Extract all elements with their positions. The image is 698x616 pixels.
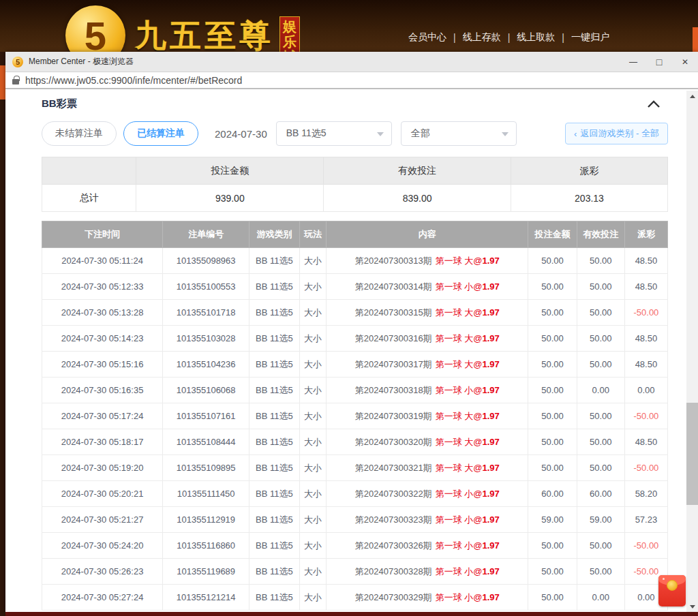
nav-separator: |: [562, 32, 564, 43]
cell-amount: 50.00: [528, 403, 577, 429]
cell-valid-amount: 0.00: [577, 585, 624, 611]
bet-records-table: 下注时间注单编号游戏类别玩法内容投注金额有效投注派彩 2024-07-30 05…: [42, 221, 668, 611]
cell-time: 2024-07-30 05:12:33: [42, 274, 163, 300]
table-row: 2024-07-30 05:20:21101355111450BB 11选5大小…: [42, 481, 668, 507]
scroll-down-button[interactable]: [686, 601, 698, 612]
panel-header: BB彩票: [42, 97, 668, 110]
browser-favicon-icon: 5: [12, 57, 23, 67]
bet-odds: 1.97: [482, 592, 499, 602]
cell-content: 第202407300314期第一球 小@1.97: [327, 274, 528, 300]
game-select-value: BB 11选5: [286, 127, 327, 140]
maximize-button[interactable]: □: [646, 52, 672, 72]
game-select[interactable]: BB 11选5: [276, 121, 392, 146]
cell-payout: 0.00: [624, 378, 667, 403]
cell-bet-number: 101355109895: [163, 455, 249, 481]
cell-game-category: BB 11选5: [249, 248, 299, 274]
bet-period: 第202407300314期: [355, 281, 432, 292]
bet-pick: 第一球 小@1.97: [436, 540, 500, 551]
table-row: 2024-07-30 05:18:17101355108444BB 11选5大小…: [42, 429, 668, 455]
cell-play-type: 大小: [299, 248, 327, 274]
cell-time: 2024-07-30 05:14:23: [42, 326, 163, 352]
table-row: 2024-07-30 05:19:20101355109895BB 11选5大小…: [42, 455, 668, 481]
cell-play-type: 大小: [299, 403, 327, 429]
table-row: 2024-07-30 05:17:24101355107161BB 11选5大小…: [42, 403, 668, 429]
cell-payout: -50.00: [624, 455, 667, 481]
bet-pick: 第一球 大@1.97: [436, 463, 500, 473]
cell-valid-amount: 59.00: [577, 507, 624, 533]
table-row: 2024-07-30 05:16:35101355106068BB 11选5大小…: [42, 378, 668, 403]
cell-amount: 50.00: [528, 429, 577, 455]
summary-amount: 939.00: [136, 185, 324, 212]
bet-pick: 第一球 小@1.97: [436, 566, 500, 576]
cell-content: 第202407300318期第一球 小@1.97: [327, 378, 528, 403]
collapse-button[interactable]: [648, 100, 660, 108]
cell-game-category: BB 11选5: [249, 403, 299, 429]
lock-icon: [12, 79, 19, 84]
red-envelope-button[interactable]: [658, 575, 686, 606]
cell-play-type: 大小: [299, 585, 327, 611]
minimize-button[interactable]: —: [620, 52, 646, 72]
nav-link[interactable]: 一键归户: [571, 31, 609, 44]
window-title: Member Center - 极速浏览器: [29, 56, 134, 67]
cell-payout: -50.00: [624, 403, 667, 429]
table-header-row: 下注时间注单编号游戏类别玩法内容投注金额有效投注派彩: [42, 221, 668, 248]
date-picker[interactable]: 2024-07-30: [215, 128, 267, 140]
cell-time: 2024-07-30 05:18:17: [42, 429, 163, 455]
nav-link[interactable]: 线上存款: [463, 31, 501, 44]
cell-bet-number: 101355101718: [163, 300, 249, 326]
address-bar[interactable]: https://www.jw05.cc:9900/infe/mcenter/#/…: [5, 72, 698, 89]
bet-odds: 1.97: [482, 540, 499, 551]
scrollbar[interactable]: [686, 91, 698, 612]
cell-time: 2024-07-30 05:24:20: [42, 533, 163, 559]
nav-link[interactable]: 线上取款: [517, 31, 555, 44]
tab-unsettled[interactable]: 未结算注单: [42, 121, 117, 146]
bet-odds: 1.97: [482, 489, 499, 499]
column-header: 投注金额: [528, 221, 577, 248]
table-row: 2024-07-30 05:15:16101355104236BB 11选5大小…: [42, 352, 668, 378]
cell-play-type: 大小: [299, 611, 327, 611]
cell-payout: 48.50: [624, 248, 667, 274]
cell-play-type: 大小: [299, 481, 327, 507]
nav-link[interactable]: 会员中心: [408, 31, 446, 44]
page-left-edge-accent: [0, 65, 5, 99]
cell-content: 第202407300319期第一球 大@1.97: [327, 403, 528, 429]
bet-period: 第202407300329期: [355, 592, 432, 602]
table-row: 2024-07-30 05:21:27101355112919BB 11选5大小…: [42, 507, 668, 533]
tab-settled[interactable]: 已结算注单: [123, 121, 198, 146]
table-row: 2024-07-30 05:11:24101355098963BB 11选5大小…: [42, 248, 668, 274]
cell-play-type: 大小: [299, 507, 327, 533]
playtype-select[interactable]: 全部: [401, 121, 517, 146]
cell-payout: 48.50: [624, 326, 667, 352]
close-button[interactable]: ✕: [672, 52, 698, 72]
cell-play-type: 大小: [299, 455, 327, 481]
column-header: 有效投注: [577, 221, 624, 248]
scroll-up-button[interactable]: [686, 91, 698, 102]
cell-payout: 57.23: [624, 507, 667, 533]
cell-game-category: BB 11选5: [249, 455, 299, 481]
cell-time: 2024-07-30 05:27:24: [42, 585, 163, 611]
cell-bet-number: 101355104236: [163, 352, 249, 378]
cell-amount: 59.00: [528, 507, 577, 533]
scrollbar-thumb[interactable]: [686, 403, 698, 505]
bet-odds: 1.97: [482, 463, 499, 473]
table-row: 2024-07-30 05:24:20101355116860BB 11选5大小…: [42, 533, 668, 559]
cell-game-category: BB 11选5: [249, 274, 299, 300]
column-header: 下注时间: [42, 221, 163, 248]
bet-odds: 1.97: [482, 385, 499, 395]
bet-period: 第202407300326期: [355, 540, 432, 551]
cell-play-type: 大小: [299, 533, 327, 559]
cell-game-category: BB 11选5: [249, 611, 299, 611]
cell-play-type: 大小: [299, 378, 327, 403]
caret-down-icon: [502, 132, 509, 136]
cell-valid-amount: 50.00: [577, 403, 624, 429]
summary-payout: 203.13: [511, 185, 667, 212]
cell-payout: 48.50: [624, 429, 667, 455]
column-header: 游戏类别: [249, 221, 299, 248]
back-to-category-button[interactable]: ‹ 返回游戏类别 - 全部: [565, 123, 668, 144]
window-controls: — □ ✕: [620, 52, 698, 72]
cell-bet-number: 101355107161: [163, 403, 249, 429]
cell-bet-number: 101355108444: [163, 429, 249, 455]
bet-odds: 1.97: [482, 566, 499, 576]
logo-title: 九五至尊: [135, 15, 274, 57]
bet-period: 第202407300316期: [355, 333, 432, 343]
